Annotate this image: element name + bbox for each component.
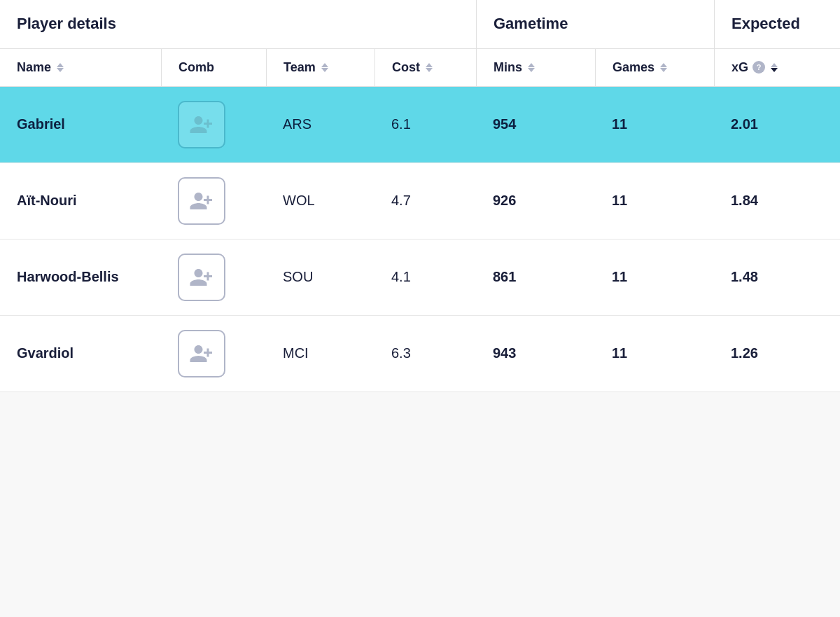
sort-cost-icon (426, 63, 433, 72)
col-header-name[interactable]: Name (0, 49, 161, 86)
cell-team-1: WOL (266, 179, 374, 223)
player-details-header: Player details (0, 0, 476, 48)
sort-mins-icon (528, 63, 535, 72)
cell-comb-0 (161, 87, 266, 162)
col-header-games[interactable]: Games (595, 49, 714, 86)
add-player-icon-3 (189, 342, 214, 365)
cell-comb-1 (161, 163, 266, 239)
add-player-icon-0 (189, 113, 214, 136)
expected-header: Expected (714, 0, 840, 48)
add-player-button-0[interactable] (178, 101, 225, 148)
cell-games-2: 11 (595, 255, 714, 299)
col-header-cost[interactable]: Cost (374, 49, 476, 86)
expected-label: Expected (732, 15, 800, 33)
player-table: Player details Gametime Expected Name Co… (0, 0, 840, 392)
rows-container: Gabriel ARS 6.1 954 11 2.01 Aït-Nouri WO… (0, 87, 840, 392)
cell-team-3: MCI (266, 331, 374, 375)
cell-comb-3 (161, 316, 266, 391)
cell-name-1: Aït-Nouri (0, 179, 161, 223)
cell-comb-2 (161, 240, 266, 315)
gametime-header: Gametime (476, 0, 714, 48)
cell-xg-2: 1.48 (714, 255, 840, 299)
cell-name-2: Harwood-Bellis (0, 255, 161, 299)
col-header-xg[interactable]: xG ? (714, 49, 840, 86)
cell-name-0: Gabriel (0, 102, 161, 146)
column-headers: Name Comb Team Cost Mins (0, 49, 840, 87)
col-header-comb[interactable]: Comb (161, 49, 266, 86)
cell-cost-2: 4.1 (374, 255, 476, 299)
cell-cost-3: 6.3 (374, 331, 476, 375)
col-header-mins[interactable]: Mins (476, 49, 595, 86)
cell-xg-0: 2.01 (714, 102, 840, 146)
sort-xg-icon (771, 63, 778, 72)
sort-name-icon (57, 63, 64, 72)
cell-games-1: 11 (595, 179, 714, 223)
cell-mins-1: 926 (476, 179, 595, 223)
gametime-label: Gametime (493, 15, 568, 33)
add-player-button-2[interactable] (178, 254, 225, 301)
top-header: Player details Gametime Expected (0, 0, 840, 49)
cell-cost-0: 6.1 (374, 102, 476, 146)
cell-xg-1: 1.84 (714, 179, 840, 223)
col-header-team[interactable]: Team (266, 49, 374, 86)
table-row: Gvardiol MCI 6.3 943 11 1.26 (0, 316, 840, 392)
cell-team-2: SOU (266, 255, 374, 299)
cell-games-3: 11 (595, 331, 714, 375)
cell-mins-2: 861 (476, 255, 595, 299)
cell-xg-3: 1.26 (714, 331, 840, 375)
sort-games-icon (660, 63, 667, 72)
table-row: Aït-Nouri WOL 4.7 926 11 1.84 (0, 163, 840, 240)
cell-mins-0: 954 (476, 102, 595, 146)
add-player-icon-2 (189, 266, 214, 289)
add-player-button-1[interactable] (178, 177, 225, 225)
cell-name-3: Gvardiol (0, 331, 161, 375)
cell-cost-1: 4.7 (374, 179, 476, 223)
cell-games-0: 11 (595, 102, 714, 146)
add-player-icon-1 (189, 190, 214, 212)
cell-team-0: ARS (266, 102, 374, 146)
sort-team-icon (321, 63, 328, 72)
table-row: Harwood-Bellis SOU 4.1 861 11 1.48 (0, 240, 840, 316)
add-player-button-3[interactable] (178, 330, 225, 377)
xg-info-icon[interactable]: ? (752, 61, 765, 74)
table-row: Gabriel ARS 6.1 954 11 2.01 (0, 87, 840, 163)
cell-mins-3: 943 (476, 331, 595, 375)
player-details-label: Player details (17, 14, 116, 34)
